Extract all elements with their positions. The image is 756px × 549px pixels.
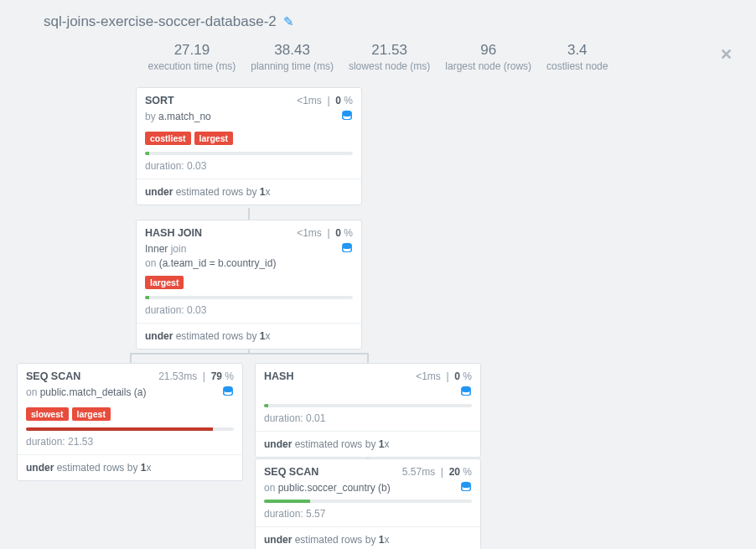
stat-value: 3.4 <box>546 42 608 59</box>
page-title: sql-joins-exercise-soccer-database-2 <box>44 13 277 30</box>
duration-bar <box>26 427 213 431</box>
node-metrics: <1ms | 0 % <box>416 370 472 382</box>
database-icon[interactable] <box>341 110 353 127</box>
stat-label: costliest node <box>546 60 608 72</box>
edit-icon[interactable]: ✎ <box>283 14 294 29</box>
connector <box>130 353 132 363</box>
badge-slowest: slowest <box>26 407 69 421</box>
node-metrics: 5.57ms | 20 % <box>402 466 472 478</box>
stat-label: slowest node (ms) <box>349 60 430 72</box>
node-badges: largest <box>137 272 361 296</box>
node-badges: slowest largest <box>18 404 242 427</box>
database-icon[interactable] <box>460 481 472 498</box>
stat-value: 96 <box>445 42 531 59</box>
stat-costliest-node: 3.4 costliest node <box>546 42 608 72</box>
connector <box>248 208 250 220</box>
stat-largest-node: 96 largest node (rows) <box>445 42 531 72</box>
node-estimate: under estimated rows by 1x <box>256 526 480 549</box>
stat-plan-time: 38.43 planning time (ms) <box>251 42 334 72</box>
node-title: SEQ SCAN <box>264 466 318 478</box>
plan-tree: SORT <1ms | 0 % by a.match_no costliest … <box>0 87 756 549</box>
node-badges: costliest largest <box>137 128 361 152</box>
duration-bar <box>145 152 149 155</box>
stats-bar: 27.19 execution time (ms) 38.43 planning… <box>0 37 756 87</box>
node-estimate: under estimated rows by 1x <box>18 454 242 480</box>
node-title: HASH <box>264 370 293 382</box>
stat-slowest-node: 21.53 slowest node (ms) <box>349 42 430 72</box>
database-icon[interactable] <box>222 386 234 402</box>
node-estimate: under estimated rows by 1x <box>256 431 480 457</box>
node-duration: duration: 0.01 <box>256 411 480 431</box>
connector <box>130 353 369 355</box>
node-duration: duration: 5.57 <box>256 506 480 526</box>
stat-exec-time: 27.19 execution time (ms) <box>148 42 236 72</box>
stat-value: 38.43 <box>251 42 334 59</box>
node-duration: duration: 21.53 <box>18 434 242 454</box>
plan-node-sort[interactable]: SORT <1ms | 0 % by a.match_no costliest … <box>136 87 362 205</box>
plan-node-hashjoin[interactable]: HASH JOIN <1ms | 0 % Inner join on (a.te… <box>136 220 362 350</box>
database-icon[interactable] <box>460 386 472 402</box>
badge-largest: largest <box>145 276 184 289</box>
plan-node-seqscan-left[interactable]: SEQ SCAN 21.53ms | 79 % on public.match_… <box>17 363 243 481</box>
node-metrics: <1ms | 0 % <box>297 95 353 106</box>
badge-costliest: costliest <box>145 132 191 145</box>
badge-largest: largest <box>72 407 111 421</box>
close-icon[interactable]: ✕ <box>720 45 733 64</box>
duration-bar <box>264 500 310 503</box>
database-icon[interactable] <box>341 242 353 259</box>
plan-node-hash[interactable]: HASH <1ms | 0 % duration: 0.01 under est… <box>255 363 481 458</box>
node-title: SEQ SCAN <box>26 370 80 382</box>
connector <box>367 353 369 363</box>
plan-node-seqscan-right[interactable]: SEQ SCAN 5.57ms | 20 % on public.soccer_… <box>255 458 481 549</box>
stat-label: execution time (ms) <box>148 60 236 72</box>
duration-bar <box>145 296 149 299</box>
node-metrics: <1ms | 0 % <box>297 227 353 239</box>
node-title: SORT <box>145 95 174 106</box>
stat-label: largest node (rows) <box>445 60 531 72</box>
node-metrics: 21.53ms | 79 % <box>158 370 234 382</box>
node-estimate: under estimated rows by 1x <box>137 179 361 205</box>
stat-label: planning time (ms) <box>251 60 334 72</box>
stat-value: 27.19 <box>148 42 236 59</box>
node-duration: duration: 0.03 <box>137 303 361 323</box>
node-estimate: under estimated rows by 1x <box>137 323 361 349</box>
node-duration: duration: 0.03 <box>137 158 361 179</box>
duration-bar <box>264 404 268 407</box>
badge-largest: largest <box>194 132 233 145</box>
stat-value: 21.53 <box>349 42 430 59</box>
node-title: HASH JOIN <box>145 227 202 239</box>
